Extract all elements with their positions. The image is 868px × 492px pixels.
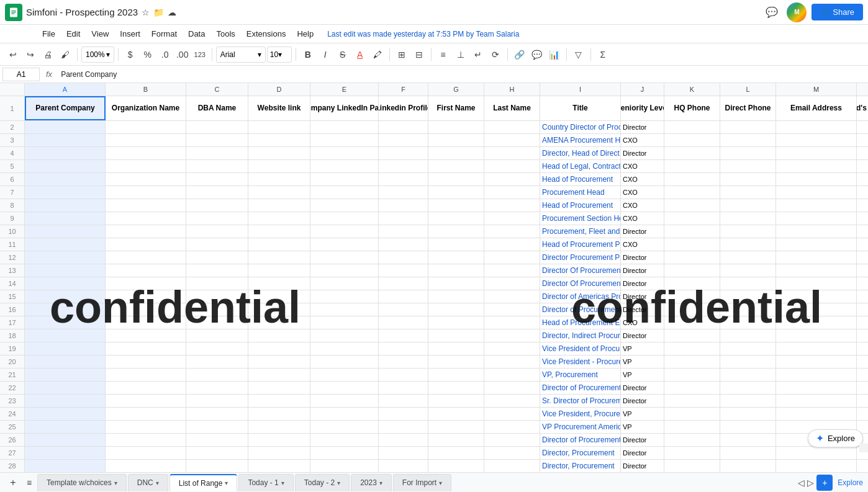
- cell-I19[interactable]: Vice President of Procu: [540, 342, 621, 355]
- cell-K15[interactable]: [664, 290, 720, 303]
- cell-F4[interactable]: [379, 147, 428, 159]
- cell-E21[interactable]: [310, 369, 379, 381]
- cell-N23[interactable]: [857, 395, 868, 407]
- cell-G9[interactable]: [428, 212, 484, 225]
- cell-L6[interactable]: [720, 173, 776, 186]
- cell-L10[interactable]: [720, 225, 776, 238]
- cell-D16[interactable]: [248, 303, 310, 316]
- cell-N11[interactable]: [857, 238, 868, 251]
- cell-M20[interactable]: [776, 356, 857, 368]
- cell-M15[interactable]: [776, 290, 857, 303]
- cell-G27[interactable]: [428, 447, 484, 459]
- col-header-i[interactable]: I: [540, 83, 621, 96]
- cell-N21[interactable]: [857, 369, 868, 381]
- cell-J6[interactable]: CXO: [621, 173, 664, 186]
- cell-E20[interactable]: [310, 356, 379, 368]
- cell-L14[interactable]: [720, 277, 776, 290]
- cell-B14[interactable]: [106, 277, 186, 290]
- col-header-b[interactable]: B: [106, 83, 186, 96]
- cell-C10[interactable]: [186, 225, 248, 238]
- cell-B17[interactable]: [106, 316, 186, 329]
- col-header-m[interactable]: M: [776, 83, 857, 96]
- col-header-k[interactable]: K: [664, 83, 720, 96]
- menu-view[interactable]: View: [86, 27, 114, 41]
- cell-C20[interactable]: [186, 356, 248, 368]
- cell-G3[interactable]: [428, 134, 484, 146]
- cell-I11[interactable]: Head of Procurement P: [540, 238, 621, 251]
- cell-K9[interactable]: [664, 212, 720, 225]
- redo-button[interactable]: ↪: [22, 47, 38, 63]
- cell-H9[interactable]: [484, 212, 540, 225]
- cell-A6[interactable]: [25, 173, 106, 186]
- cell-I18[interactable]: Director, Indirect Procun: [540, 329, 621, 342]
- header-cell-c[interactable]: DBA Name: [186, 96, 248, 120]
- cell-E26[interactable]: [310, 434, 379, 446]
- cell-A25[interactable]: [25, 421, 106, 433]
- cell-reference[interactable]: A1: [2, 68, 40, 81]
- cell-C19[interactable]: [186, 342, 248, 355]
- tab-dnc[interactable]: DNC ▾: [128, 474, 168, 491]
- cell-D23[interactable]: [248, 395, 310, 407]
- cell-K4[interactable]: [664, 147, 720, 159]
- cell-D25[interactable]: [248, 421, 310, 433]
- cell-H4[interactable]: [484, 147, 540, 159]
- decimal-increase-button[interactable]: .00: [174, 47, 191, 63]
- cell-B13[interactable]: [106, 264, 186, 277]
- cell-L26[interactable]: [720, 434, 776, 446]
- cell-A22[interactable]: [25, 382, 106, 394]
- cell-E7[interactable]: [310, 186, 379, 199]
- cell-N28[interactable]: [857, 460, 868, 472]
- cell-N18[interactable]: [857, 329, 868, 342]
- link-button[interactable]: 🔗: [512, 47, 528, 63]
- cell-L5[interactable]: [720, 160, 776, 172]
- cell-C28[interactable]: [186, 460, 248, 472]
- cell-A14[interactable]: [25, 277, 106, 290]
- cell-I13[interactable]: Director Of Procurement: [540, 264, 621, 277]
- cell-F17[interactable]: [379, 316, 428, 329]
- cell-I3[interactable]: AMENA Procurement H: [540, 134, 621, 146]
- cell-M2[interactable]: [776, 121, 857, 133]
- cell-L21[interactable]: [720, 369, 776, 381]
- cell-K6[interactable]: [664, 173, 720, 186]
- cell-B11[interactable]: [106, 238, 186, 251]
- cell-L19[interactable]: [720, 342, 776, 355]
- cell-J9[interactable]: CXO: [621, 212, 664, 225]
- cell-F8[interactable]: [379, 199, 428, 212]
- cell-F9[interactable]: [379, 212, 428, 225]
- font-size-selector[interactable]: 10 ▾: [267, 47, 292, 63]
- cell-D11[interactable]: [248, 238, 310, 251]
- header-cell-a[interactable]: Parent Company: [25, 96, 106, 120]
- header-cell-b[interactable]: Organization Name: [106, 96, 186, 120]
- cell-A27[interactable]: [25, 447, 106, 459]
- col-header-d[interactable]: D: [248, 83, 310, 96]
- cell-N22[interactable]: [857, 382, 868, 394]
- cell-N8[interactable]: [857, 199, 868, 212]
- cell-H2[interactable]: [484, 121, 540, 133]
- add-explore-btn[interactable]: +: [816, 475, 833, 491]
- col-header-e[interactable]: E: [310, 83, 379, 96]
- cell-D14[interactable]: [248, 277, 310, 290]
- cell-I27[interactable]: Director, Procurement: [540, 447, 621, 459]
- cell-G22[interactable]: [428, 382, 484, 394]
- cell-A11[interactable]: [25, 238, 106, 251]
- cell-L13[interactable]: [720, 264, 776, 277]
- cell-J18[interactable]: Director: [621, 329, 664, 342]
- cell-C21[interactable]: [186, 369, 248, 381]
- cell-G24[interactable]: [428, 408, 484, 420]
- cell-I14[interactable]: Director Of Procurement: [540, 277, 621, 290]
- cell-J19[interactable]: VP: [621, 342, 664, 355]
- cell-L16[interactable]: [720, 303, 776, 316]
- cell-D4[interactable]: [248, 147, 310, 159]
- cell-F12[interactable]: [379, 251, 428, 264]
- cell-G8[interactable]: [428, 199, 484, 212]
- cell-E25[interactable]: [310, 421, 379, 433]
- cell-I16[interactable]: Director of Procurement: [540, 303, 621, 316]
- cell-N13[interactable]: [857, 264, 868, 277]
- number-format-button[interactable]: 123: [192, 47, 208, 63]
- cell-E23[interactable]: [310, 395, 379, 407]
- cell-D7[interactable]: [248, 186, 310, 199]
- cell-A9[interactable]: [25, 212, 106, 225]
- cell-K10[interactable]: [664, 225, 720, 238]
- cell-L9[interactable]: [720, 212, 776, 225]
- cell-G19[interactable]: [428, 342, 484, 355]
